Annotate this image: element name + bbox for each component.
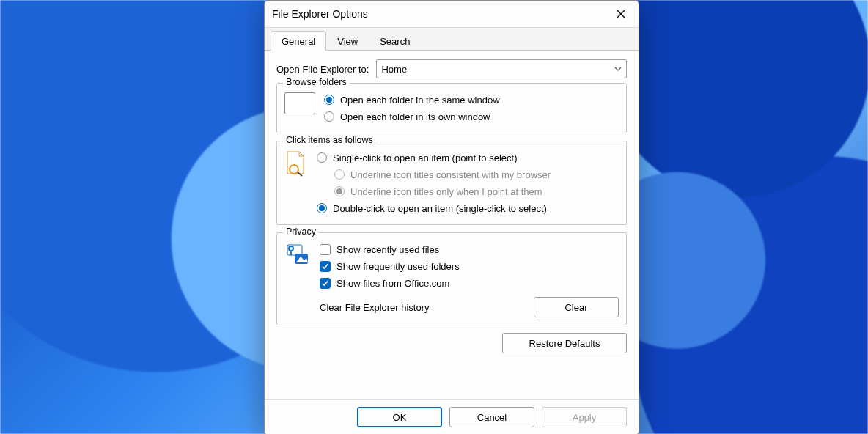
window-title: File Explorer Options — [272, 8, 368, 20]
radio-icon — [334, 169, 345, 180]
clear-history-label: Clear File Explorer history — [320, 302, 430, 313]
titlebar: File Explorer Options — [265, 1, 639, 28]
radio-own-window[interactable]: Open each folder in its own window — [324, 108, 619, 125]
tabstrip: General View Search — [265, 28, 639, 51]
dialog-footer: OK Cancel Apply — [265, 399, 639, 434]
file-explorer-options-dialog: File Explorer Options General View Searc… — [264, 0, 639, 434]
group-legend: Privacy — [283, 227, 319, 237]
tab-view[interactable]: View — [326, 31, 369, 51]
tab-general[interactable]: General — [271, 31, 326, 51]
radio-underline-point: Underline icon titles only when I point … — [317, 183, 619, 199]
close-icon — [617, 10, 625, 18]
privacy-icon — [284, 242, 311, 268]
restore-defaults-button[interactable]: Restore Defaults — [502, 333, 627, 353]
radio-label: Underline icon titles only when I point … — [350, 186, 542, 197]
check-recent-files[interactable]: Show recently used files — [320, 241, 619, 257]
close-button[interactable] — [611, 4, 631, 24]
radio-icon — [334, 186, 345, 196]
group-browse-folders: Browse folders Open each folder in the s… — [276, 83, 627, 133]
radio-icon — [317, 203, 327, 213]
radio-icon — [317, 152, 327, 163]
radio-label: Underline icon titles consistent with my… — [350, 169, 551, 180]
checkbox-icon — [320, 244, 331, 255]
check-label: Show files from Office.com — [336, 278, 449, 289]
check-label: Show frequently used folders — [336, 261, 460, 272]
group-legend: Browse folders — [283, 77, 350, 87]
checkbox-icon — [320, 261, 331, 272]
check-frequent-folders[interactable]: Show frequently used folders — [320, 258, 619, 274]
tab-panel-general: Open File Explorer to: Home Browse folde… — [265, 51, 639, 399]
radio-label: Single-click to open an item (point to s… — [333, 152, 517, 163]
chevron-down-icon — [614, 67, 622, 71]
radio-icon — [324, 95, 334, 105]
check-office-files[interactable]: Show files from Office.com — [320, 275, 619, 291]
clear-button[interactable]: Clear — [534, 297, 619, 317]
checkbox-icon — [320, 278, 331, 289]
radio-underline-browser: Underline icon titles consistent with my… — [317, 166, 619, 183]
tab-search[interactable]: Search — [369, 31, 421, 51]
apply-button: Apply — [542, 407, 627, 427]
window-icon — [284, 92, 315, 114]
radio-label: Open each folder in its own window — [340, 111, 490, 122]
file-click-icon — [284, 150, 308, 177]
group-click-items: Click items as follows Single-click to o… — [276, 141, 627, 225]
radio-same-window[interactable]: Open each folder in the same window — [324, 92, 619, 108]
check-label: Show recently used files — [336, 244, 439, 255]
radio-single-click[interactable]: Single-click to open an item (point to s… — [317, 150, 619, 166]
cancel-button[interactable]: Cancel — [449, 407, 534, 427]
open-to-value: Home — [381, 64, 407, 75]
radio-label: Double-click to open an item (single-cli… — [333, 203, 547, 214]
group-privacy: Privacy Show recently used files Show fr… — [276, 232, 627, 326]
open-to-label: Open File Explorer to: — [276, 64, 369, 75]
group-legend: Click items as follows — [283, 135, 376, 145]
radio-icon — [324, 111, 334, 122]
open-to-combobox[interactable]: Home — [376, 59, 627, 78]
ok-button[interactable]: OK — [357, 407, 442, 427]
radio-double-click[interactable]: Double-click to open an item (single-cli… — [317, 200, 619, 216]
radio-label: Open each folder in the same window — [340, 95, 500, 106]
